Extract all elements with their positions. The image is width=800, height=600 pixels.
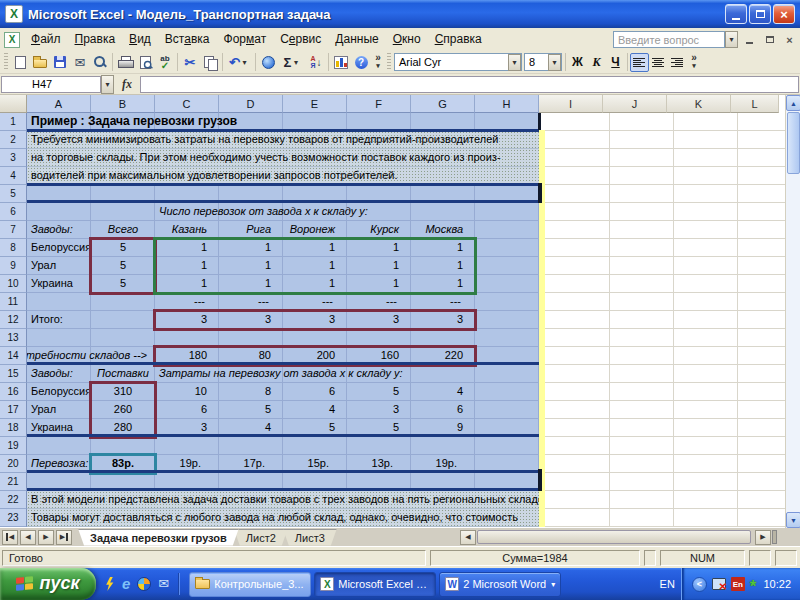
start-button[interactable]: пуск bbox=[0, 568, 96, 600]
cell-E12[interactable]: 3 bbox=[283, 311, 347, 329]
cell-B9[interactable]: 5 bbox=[91, 257, 155, 275]
row-header-6[interactable]: 6 bbox=[0, 203, 27, 221]
menu-item-Данные[interactable]: Данные bbox=[328, 30, 385, 49]
row-header-14[interactable]: 14 bbox=[0, 347, 27, 365]
column-header-I[interactable]: I bbox=[539, 95, 603, 113]
cell-B10[interactable]: 5 bbox=[91, 275, 155, 293]
column-header-H[interactable]: H bbox=[475, 95, 539, 113]
cell-D16[interactable]: 8 bbox=[219, 383, 283, 401]
antivirus-icon[interactable]: * bbox=[750, 583, 757, 591]
formula-input[interactable] bbox=[140, 76, 799, 93]
vertical-scroll-thumb[interactable] bbox=[787, 112, 800, 174]
row-header-18[interactable]: 18 bbox=[0, 419, 27, 437]
cell-C7[interactable]: Казань bbox=[155, 221, 219, 239]
hscroll-left-button[interactable]: ◀ bbox=[460, 530, 476, 545]
row-header-1[interactable]: 1 bbox=[0, 113, 27, 131]
menu-item-Сервис[interactable]: Сервис bbox=[273, 30, 328, 49]
cell-A2[interactable]: Требуется минимизировать затраты на пере… bbox=[27, 131, 539, 149]
new-button[interactable] bbox=[10, 52, 30, 72]
row-header-12[interactable]: 12 bbox=[0, 311, 27, 329]
cell-D17[interactable]: 5 bbox=[219, 401, 283, 419]
restore-button[interactable] bbox=[749, 4, 771, 24]
cell-A22[interactable]: В этой модели представлена задача достав… bbox=[27, 491, 539, 509]
scroll-up-button[interactable]: ▲ bbox=[786, 95, 800, 111]
align-right-button[interactable] bbox=[668, 53, 687, 72]
cell-G16[interactable]: 4 bbox=[411, 383, 475, 401]
cell-C10[interactable]: 1 bbox=[155, 275, 219, 293]
cell-G10[interactable]: 1 bbox=[411, 275, 475, 293]
cell-D12[interactable]: 3 bbox=[219, 311, 283, 329]
cell-C6[interactable]: Число перевозок от завода x к складу y: bbox=[155, 203, 475, 221]
cell-C11[interactable]: --- bbox=[155, 293, 219, 311]
chevron-down-icon[interactable]: ▾ bbox=[548, 54, 561, 71]
bold-button[interactable]: Ж bbox=[568, 53, 587, 72]
cell-F12[interactable]: 3 bbox=[347, 311, 411, 329]
cell-C9[interactable]: 1 bbox=[155, 257, 219, 275]
vertical-scrollbar[interactable]: ▲ ▼ bbox=[785, 95, 800, 528]
cell-C15[interactable]: Затраты на перевозку от завода x к склад… bbox=[155, 365, 475, 383]
spelling-button[interactable]: ab✓ bbox=[155, 52, 175, 72]
grid[interactable]: Пример : Задача перевозки грузовТребуетс… bbox=[27, 113, 785, 528]
column-header-F[interactable]: F bbox=[347, 95, 411, 113]
scroll-down-button[interactable]: ▼ bbox=[786, 512, 800, 528]
row-header-16[interactable]: 16 bbox=[0, 383, 27, 401]
sheet-tab-3[interactable]: Лист3 bbox=[283, 529, 337, 546]
cell-B8[interactable]: 5 bbox=[91, 239, 155, 257]
row-header-10[interactable]: 10 bbox=[0, 275, 27, 293]
hyperlink-button[interactable] bbox=[258, 52, 278, 72]
tab-split-handle[interactable] bbox=[772, 530, 777, 544]
column-header-C[interactable]: C bbox=[155, 95, 219, 113]
taskbar-clock[interactable]: 10:22 bbox=[761, 578, 791, 590]
chevron-down-icon[interactable]: ▾ bbox=[508, 54, 521, 71]
row-header-15[interactable]: 15 bbox=[0, 365, 27, 383]
column-header-B[interactable]: B bbox=[91, 95, 155, 113]
taskbar-button-folder[interactable]: Контрольные_3... bbox=[189, 572, 311, 597]
book-minimize-button[interactable] bbox=[741, 32, 758, 47]
row-19[interactable] bbox=[27, 437, 539, 455]
next-sheet-button[interactable]: ▶ bbox=[38, 530, 54, 545]
cell-G12[interactable]: 3 bbox=[411, 311, 475, 329]
row-13[interactable] bbox=[27, 329, 539, 347]
hide-icons-button[interactable]: < bbox=[692, 577, 707, 592]
row-header-4[interactable]: 4 bbox=[0, 167, 27, 185]
cell-G8[interactable]: 1 bbox=[411, 239, 475, 257]
minimize-button[interactable] bbox=[725, 4, 747, 24]
layout-switcher-icon[interactable]: En bbox=[731, 577, 745, 591]
row-header-20[interactable]: 20 bbox=[0, 455, 27, 473]
cell-E11[interactable]: --- bbox=[283, 293, 347, 311]
question-dropdown[interactable]: ▾ bbox=[725, 31, 738, 48]
row-header-22[interactable]: 22 bbox=[0, 491, 27, 509]
column-header-A[interactable]: A bbox=[27, 95, 91, 113]
internet-explorer-icon[interactable]: e bbox=[122, 577, 130, 591]
align-center-button[interactable] bbox=[649, 53, 668, 72]
autosum-button[interactable]: Σ▾ bbox=[278, 52, 306, 72]
select-all-corner[interactable] bbox=[0, 95, 27, 113]
cell-A16[interactable]: Белоруссия bbox=[27, 383, 91, 401]
row-header-23[interactable]: 23 bbox=[0, 509, 27, 527]
column-header-E[interactable]: E bbox=[283, 95, 347, 113]
column-header-D[interactable]: D bbox=[219, 95, 283, 113]
row-header-5[interactable]: 5 bbox=[0, 185, 27, 203]
cell-E7[interactable]: Воронеж bbox=[283, 221, 347, 239]
font-size-combo[interactable]: 8▾ bbox=[524, 53, 562, 71]
sheet-tab-2[interactable]: Лист2 bbox=[234, 529, 288, 546]
menu-item-Окно[interactable]: Окно bbox=[386, 30, 428, 49]
toolbar-overflow-button[interactable]: »▾ bbox=[371, 52, 385, 72]
cut-button[interactable]: ✂ bbox=[180, 52, 200, 72]
cell-D9[interactable]: 1 bbox=[219, 257, 283, 275]
column-header-G[interactable]: G bbox=[411, 95, 475, 113]
menu-item-Вставка[interactable]: Вставка bbox=[158, 30, 217, 49]
row-header-9[interactable]: 9 bbox=[0, 257, 27, 275]
row-header-11[interactable]: 11 bbox=[0, 293, 27, 311]
chart-wizard-button[interactable] bbox=[331, 52, 351, 72]
winamp-icon[interactable] bbox=[104, 577, 115, 591]
row-header-13[interactable]: 13 bbox=[0, 329, 27, 347]
menu-item-Справка[interactable]: Справка bbox=[428, 30, 489, 49]
cell-B17[interactable]: 260 bbox=[91, 401, 155, 419]
menu-item-Правка[interactable]: Правка bbox=[68, 30, 123, 49]
cell-F10[interactable]: 1 bbox=[347, 275, 411, 293]
menu-item-Файл[interactable]: Файл bbox=[24, 30, 68, 49]
cell-B15[interactable]: Поставки bbox=[91, 365, 155, 383]
cell-A3[interactable]: на торговые склады. При этом необходимо … bbox=[27, 149, 539, 167]
help-button[interactable]: ? bbox=[351, 52, 371, 72]
